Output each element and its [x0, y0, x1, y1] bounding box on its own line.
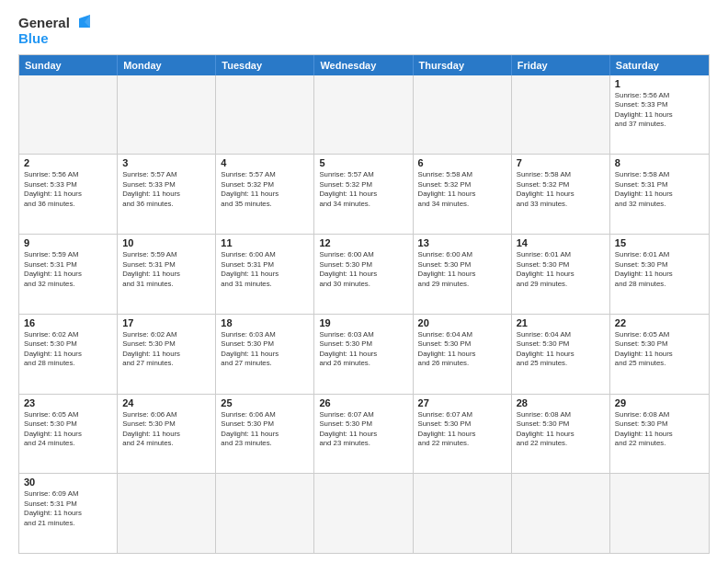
day-number: 5 [319, 157, 407, 168]
cal-cell: 28Sunrise: 6:08 AM Sunset: 5:30 PM Dayli… [512, 395, 610, 474]
day-info: Sunrise: 6:05 AM Sunset: 5:30 PM Dayligh… [615, 330, 704, 369]
logo-bird-icon [72, 15, 92, 31]
day-info: Sunrise: 6:00 AM Sunset: 5:31 PM Dayligh… [221, 250, 309, 289]
cal-cell: 3Sunrise: 5:57 AM Sunset: 5:33 PM Daylig… [118, 155, 216, 234]
header-tuesday: Tuesday [216, 55, 314, 75]
day-number: 30 [24, 477, 112, 488]
day-number: 6 [418, 157, 506, 168]
cal-cell: 19Sunrise: 6:03 AM Sunset: 5:30 PM Dayli… [314, 315, 413, 394]
day-info: Sunrise: 5:58 AM Sunset: 5:32 PM Dayligh… [418, 170, 506, 209]
cal-cell [414, 474, 512, 553]
cal-cell: 5Sunrise: 5:57 AM Sunset: 5:32 PM Daylig… [314, 155, 413, 234]
day-number: 9 [24, 237, 112, 248]
calendar-body: 1Sunrise: 5:56 AM Sunset: 5:33 PM Daylig… [19, 75, 709, 554]
day-info: Sunrise: 6:09 AM Sunset: 5:31 PM Dayligh… [24, 489, 112, 528]
cal-row: 23Sunrise: 6:05 AM Sunset: 5:30 PM Dayli… [19, 394, 709, 474]
cal-cell: 9Sunrise: 5:59 AM Sunset: 5:31 PM Daylig… [19, 235, 118, 314]
cal-cell: 2Sunrise: 5:56 AM Sunset: 5:33 PM Daylig… [19, 155, 118, 234]
cal-cell: 18Sunrise: 6:03 AM Sunset: 5:30 PM Dayli… [216, 315, 314, 394]
day-number: 22 [615, 317, 704, 328]
cal-row: 1Sunrise: 5:56 AM Sunset: 5:33 PM Daylig… [19, 75, 709, 155]
cal-cell: 13Sunrise: 6:00 AM Sunset: 5:30 PM Dayli… [414, 235, 512, 314]
cal-cell: 29Sunrise: 6:08 AM Sunset: 5:30 PM Dayli… [610, 395, 709, 474]
cal-row: 16Sunrise: 6:02 AM Sunset: 5:30 PM Dayli… [19, 314, 709, 394]
day-number: 3 [122, 157, 210, 168]
cal-cell: 12Sunrise: 6:00 AM Sunset: 5:30 PM Dayli… [314, 235, 413, 314]
cal-cell [414, 75, 512, 155]
cal-cell: 26Sunrise: 6:07 AM Sunset: 5:30 PM Dayli… [314, 395, 413, 474]
cal-cell: 30Sunrise: 6:09 AM Sunset: 5:31 PM Dayli… [19, 474, 118, 553]
day-number: 28 [517, 397, 605, 408]
day-number: 16 [24, 317, 112, 328]
day-info: Sunrise: 5:56 AM Sunset: 5:33 PM Dayligh… [24, 170, 112, 209]
day-number: 14 [517, 237, 605, 248]
header-saturday: Saturday [610, 55, 709, 75]
cal-cell: 8Sunrise: 5:58 AM Sunset: 5:31 PM Daylig… [610, 155, 709, 234]
cal-cell: 10Sunrise: 5:59 AM Sunset: 5:31 PM Dayli… [118, 235, 216, 314]
cal-cell: 24Sunrise: 6:06 AM Sunset: 5:30 PM Dayli… [118, 395, 216, 474]
day-number: 13 [418, 237, 506, 248]
day-number: 26 [319, 397, 407, 408]
day-info: Sunrise: 5:58 AM Sunset: 5:32 PM Dayligh… [517, 170, 605, 209]
day-info: Sunrise: 5:58 AM Sunset: 5:31 PM Dayligh… [615, 170, 704, 209]
day-info: Sunrise: 5:56 AM Sunset: 5:33 PM Dayligh… [615, 91, 704, 130]
cal-cell [610, 474, 709, 553]
day-info: Sunrise: 6:01 AM Sunset: 5:30 PM Dayligh… [615, 250, 704, 289]
day-number: 29 [615, 397, 704, 408]
day-number: 10 [122, 237, 210, 248]
day-number: 2 [24, 157, 112, 168]
cal-cell: 20Sunrise: 6:04 AM Sunset: 5:30 PM Dayli… [414, 315, 512, 394]
header-friday: Friday [512, 55, 610, 75]
cal-row: 9Sunrise: 5:59 AM Sunset: 5:31 PM Daylig… [19, 234, 709, 314]
day-info: Sunrise: 6:07 AM Sunset: 5:30 PM Dayligh… [418, 410, 506, 449]
page: General Blue Sunday Monday Tuesday Wedne… [0, 0, 728, 563]
header-sunday: Sunday [19, 55, 118, 75]
day-info: Sunrise: 6:04 AM Sunset: 5:30 PM Dayligh… [418, 330, 506, 369]
cal-cell: 22Sunrise: 6:05 AM Sunset: 5:30 PM Dayli… [610, 315, 709, 394]
day-number: 19 [319, 317, 407, 328]
day-info: Sunrise: 6:00 AM Sunset: 5:30 PM Dayligh… [418, 250, 506, 289]
cal-cell: 14Sunrise: 6:01 AM Sunset: 5:30 PM Dayli… [512, 235, 610, 314]
day-number: 27 [418, 397, 506, 408]
day-number: 18 [221, 317, 309, 328]
cal-cell: 25Sunrise: 6:06 AM Sunset: 5:30 PM Dayli… [216, 395, 314, 474]
day-info: Sunrise: 5:59 AM Sunset: 5:31 PM Dayligh… [24, 250, 112, 289]
cal-cell: 21Sunrise: 6:04 AM Sunset: 5:30 PM Dayli… [512, 315, 610, 394]
header-thursday: Thursday [414, 55, 512, 75]
cal-cell: 15Sunrise: 6:01 AM Sunset: 5:30 PM Dayli… [610, 235, 709, 314]
cal-cell: 16Sunrise: 6:02 AM Sunset: 5:30 PM Dayli… [19, 315, 118, 394]
logo: General Blue [18, 15, 92, 47]
cal-cell: 27Sunrise: 6:07 AM Sunset: 5:30 PM Dayli… [414, 395, 512, 474]
day-info: Sunrise: 6:04 AM Sunset: 5:30 PM Dayligh… [517, 330, 605, 369]
day-info: Sunrise: 5:59 AM Sunset: 5:31 PM Dayligh… [122, 250, 210, 289]
cal-cell [216, 474, 314, 553]
day-info: Sunrise: 5:57 AM Sunset: 5:32 PM Dayligh… [221, 170, 309, 209]
cal-cell [314, 75, 413, 155]
cal-cell [19, 75, 118, 155]
day-number: 24 [122, 397, 210, 408]
cal-cell [314, 474, 413, 553]
day-number: 15 [615, 237, 704, 248]
cal-cell [216, 75, 314, 155]
calendar-header: Sunday Monday Tuesday Wednesday Thursday… [19, 55, 709, 75]
cal-row: 30Sunrise: 6:09 AM Sunset: 5:31 PM Dayli… [19, 473, 709, 553]
day-info: Sunrise: 6:02 AM Sunset: 5:30 PM Dayligh… [24, 330, 112, 369]
day-info: Sunrise: 6:06 AM Sunset: 5:30 PM Dayligh… [122, 410, 210, 449]
cal-cell: 7Sunrise: 5:58 AM Sunset: 5:32 PM Daylig… [512, 155, 610, 234]
header-wednesday: Wednesday [314, 55, 413, 75]
cal-cell: 17Sunrise: 6:02 AM Sunset: 5:30 PM Dayli… [118, 315, 216, 394]
day-info: Sunrise: 6:05 AM Sunset: 5:30 PM Dayligh… [24, 410, 112, 449]
day-number: 17 [122, 317, 210, 328]
day-info: Sunrise: 5:57 AM Sunset: 5:33 PM Dayligh… [122, 170, 210, 209]
cal-cell: 4Sunrise: 5:57 AM Sunset: 5:32 PM Daylig… [216, 155, 314, 234]
day-number: 11 [221, 237, 309, 248]
day-number: 12 [319, 237, 407, 248]
cal-cell: 6Sunrise: 5:58 AM Sunset: 5:32 PM Daylig… [414, 155, 512, 234]
cal-cell: 23Sunrise: 6:05 AM Sunset: 5:30 PM Dayli… [19, 395, 118, 474]
cal-cell [118, 474, 216, 553]
day-info: Sunrise: 6:08 AM Sunset: 5:30 PM Dayligh… [517, 410, 605, 449]
day-info: Sunrise: 6:02 AM Sunset: 5:30 PM Dayligh… [122, 330, 210, 369]
cal-row: 2Sunrise: 5:56 AM Sunset: 5:33 PM Daylig… [19, 154, 709, 234]
day-info: Sunrise: 6:03 AM Sunset: 5:30 PM Dayligh… [319, 330, 407, 369]
day-number: 8 [615, 157, 704, 168]
